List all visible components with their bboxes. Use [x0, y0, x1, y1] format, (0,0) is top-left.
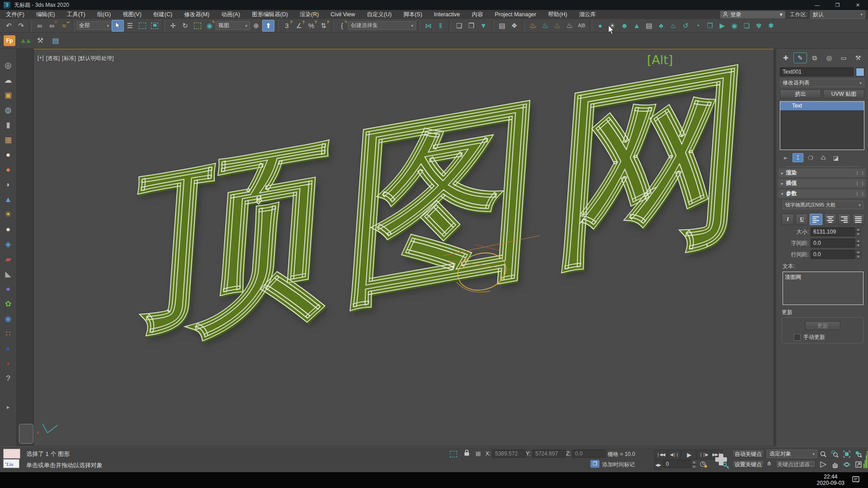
viewport[interactable]: [+] [透视] [标准] [默认明暗处理] [Alt] 顶图网 x [33, 49, 774, 446]
remove-modifier-icon[interactable]: ♺ [818, 153, 829, 162]
menu-item[interactable]: 视图(V) [117, 10, 147, 19]
viewport-menu-pov[interactable]: [透视] [46, 55, 60, 62]
select-manipulate-icon[interactable]: ⬆ [262, 20, 274, 32]
mirror-icon[interactable]: ⋈ [422, 20, 434, 32]
left-tool-icon[interactable]: ◈ [2, 237, 14, 252]
left-tool-icon[interactable]: ◉ [2, 311, 14, 326]
menu-item[interactable]: 编辑(E) [30, 10, 61, 19]
snap-3d-icon[interactable]: 3? [281, 20, 293, 32]
menu-item[interactable]: 内容 [466, 10, 489, 19]
make-unique-icon[interactable]: ❍ [805, 153, 816, 162]
notification-center-icon[interactable] [852, 476, 860, 485]
zoom-extents-all-icon[interactable] [853, 449, 864, 459]
plugin-icon[interactable]: ↺ [679, 20, 692, 32]
snap-spinner-icon[interactable]: ⇅? [317, 20, 330, 32]
left-tool-icon[interactable]: ▲ [2, 192, 14, 207]
object-name-field[interactable]: Text001 [780, 67, 854, 76]
align-right-button[interactable] [838, 214, 850, 225]
zoom-all-icon[interactable] [829, 449, 840, 459]
orbit-icon[interactable] [841, 460, 852, 469]
menu-item[interactable]: 脚本(S) [397, 10, 428, 19]
menu-item[interactable]: Project Manager [489, 10, 542, 19]
menu-item[interactable]: 动画(A) [215, 10, 246, 19]
left-tool-icon[interactable]: ◗ [2, 177, 14, 192]
align-justify-button[interactable] [852, 214, 864, 225]
key-filters-button[interactable]: 关键点过滤器... [776, 460, 816, 468]
menu-item[interactable]: 工具(T) [61, 10, 91, 19]
leading-field[interactable]: 0.0 [811, 250, 855, 259]
statistics-bars-icon[interactable] [863, 450, 868, 469]
tab-create[interactable]: ✚ [779, 52, 793, 63]
snap-percent-icon[interactable]: %? [305, 20, 317, 32]
menu-item[interactable]: Interactive [428, 10, 466, 19]
left-tool-icon[interactable]: ▮ [2, 117, 14, 132]
menu-item[interactable]: 修改器(M) [178, 10, 215, 19]
left-tool-icon[interactable]: ● [2, 222, 14, 237]
modifier-list-dropdown[interactable]: 修改器列表 ▾ [780, 79, 864, 87]
taskbar-clock[interactable]: 22:44 2020-09-03 [817, 474, 844, 486]
move-icon[interactable]: ✛ [167, 20, 179, 32]
plugin-icon[interactable]: ▶ [716, 20, 728, 32]
left-tool-icon[interactable]: ◍ [2, 103, 14, 117]
plugin-icon[interactable]: ✾ [753, 20, 765, 32]
left-tool-icon[interactable]: ▪ [2, 356, 14, 371]
zoom-region-icon[interactable] [817, 460, 829, 469]
login-button[interactable]: 登录 ▾ [720, 11, 785, 19]
left-tool-icon[interactable]: ▣ [2, 88, 14, 103]
zoom-extents-icon[interactable] [841, 449, 852, 459]
left-tool-icon[interactable]: ☀ [2, 207, 14, 222]
plugin-icon[interactable]: ☀ [606, 20, 618, 32]
viewport-layout-tab[interactable] [19, 424, 33, 444]
play-button[interactable]: ▶ [681, 450, 697, 460]
menu-item[interactable]: 自定义(U) [361, 10, 397, 19]
size-field[interactable]: 6131.109 [811, 227, 855, 236]
auto-key-button[interactable]: 自动关键点 [732, 450, 764, 458]
object-color-swatch[interactable] [856, 68, 864, 76]
kerning-field[interactable]: 0.0 [811, 239, 855, 248]
crossing-region-icon[interactable] [148, 20, 160, 32]
left-tool-icon[interactable]: ◣ [2, 267, 14, 282]
kerning-spinner[interactable]: ▴▾ [855, 239, 861, 248]
maximize-viewport-icon[interactable] [853, 460, 864, 469]
left-tool-icon[interactable]: ∷ [2, 326, 14, 341]
scene-explorer-icon[interactable]: ❐ [465, 20, 477, 32]
viewport-menu-standard[interactable]: [标准] [62, 55, 76, 62]
render-production-icon[interactable]: ♨ [563, 20, 576, 32]
trees-icon[interactable]: ▲▲ [19, 35, 31, 46]
tab-display[interactable]: ▭ [837, 52, 850, 63]
material-editor-icon[interactable]: ♨ [527, 20, 539, 32]
tab-hierarchy[interactable]: ⧉ [808, 52, 821, 63]
underline-button[interactable]: U [796, 214, 808, 225]
left-tool-icon[interactable]: ● [2, 147, 14, 162]
menu-item[interactable]: 溜云库 [573, 10, 602, 19]
size-spinner[interactable]: ▴▾ [855, 227, 861, 236]
show-end-result-icon[interactable]: ⌶ [793, 153, 803, 162]
forestpack-button[interactable]: Fp [4, 35, 15, 46]
text-input-area[interactable]: 顶图网 [783, 272, 863, 305]
time-configuration-icon[interactable]: ◷ [700, 460, 706, 468]
frame-spinner[interactable]: ▴▾ [691, 460, 697, 469]
key-mode-toggle[interactable]: ◀▶ [654, 460, 662, 470]
tab-modify[interactable]: ✎ [793, 52, 807, 63]
leading-spinner[interactable]: ▴▾ [855, 250, 861, 259]
bind-space-warp-icon[interactable]: ≈∞ [58, 20, 70, 32]
edit-named-sets-icon[interactable]: {✎ [336, 20, 348, 32]
key-filters-icon[interactable]: ⋔ [767, 460, 772, 467]
y-coordinate-field[interactable]: 5724.697 [533, 450, 566, 458]
layer-manager-icon[interactable]: ❏ [453, 20, 465, 32]
text-object-hedge[interactable]: 顶图网 [129, 49, 770, 353]
use-pivot-center-icon[interactable]: ⊕ [250, 20, 262, 32]
unlink-icon[interactable]: ∞✕ [46, 20, 58, 32]
left-tool-icon[interactable]: ✿ [2, 296, 14, 311]
tab-motion[interactable]: ◎ [822, 52, 836, 63]
redo-icon[interactable]: ↷ [15, 20, 27, 32]
extrude-button[interactable]: 挤出 [780, 89, 821, 99]
selection-region-icon[interactable] [450, 451, 457, 459]
left-tool-icon[interactable]: ? [2, 371, 14, 386]
previous-frame-button[interactable]: ◀❘❘ [668, 450, 681, 460]
align-icon[interactable]: ⫴ [434, 20, 447, 32]
list-window-icon[interactable]: ▤ [50, 35, 61, 46]
undo-icon[interactable]: ↶ [3, 20, 15, 32]
expand-arrow-icon[interactable]: ▸ [7, 404, 9, 410]
zoom-icon[interactable] [817, 449, 829, 459]
